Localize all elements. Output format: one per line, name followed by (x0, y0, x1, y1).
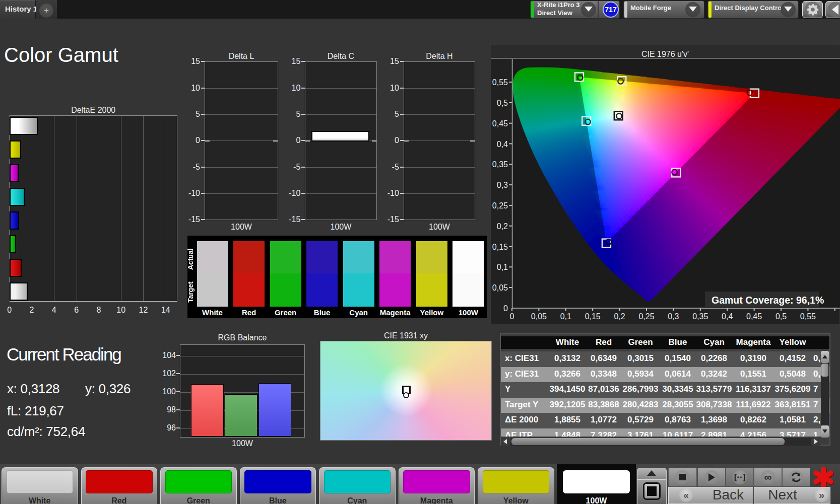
svg-text:0,35: 0,35 (692, 312, 708, 321)
svg-text:Gamut Coverage: 96,1%: Gamut Coverage: 96,1% (712, 295, 824, 306)
svg-text:0,4: 0,4 (722, 312, 733, 321)
svg-text:0,55: 0,55 (492, 78, 508, 87)
svg-text:0,2: 0,2 (497, 222, 508, 231)
svg-text:0,55: 0,55 (800, 312, 816, 321)
svg-text:0,05: 0,05 (531, 312, 547, 321)
svg-text:0,25: 0,25 (638, 312, 654, 321)
svg-text:0,5: 0,5 (497, 99, 508, 107)
svg-text:0,1: 0,1 (560, 312, 571, 321)
svg-text:0,5: 0,5 (776, 312, 787, 321)
svg-text:0,25: 0,25 (492, 201, 508, 210)
svg-text:0,45: 0,45 (492, 119, 508, 128)
svg-text:0: 0 (503, 304, 508, 313)
svg-text:0,3: 0,3 (497, 181, 508, 189)
svg-text:0,45: 0,45 (746, 312, 762, 321)
svg-text:0,35: 0,35 (492, 160, 508, 169)
svg-text:0,2: 0,2 (614, 312, 625, 321)
svg-text:0,15: 0,15 (492, 243, 508, 251)
svg-text:CIE 1976 u'v': CIE 1976 u'v' (641, 50, 689, 58)
svg-text:0,05: 0,05 (492, 283, 508, 292)
svg-text:0,1: 0,1 (497, 263, 508, 271)
svg-text:0,3: 0,3 (668, 312, 679, 321)
svg-text:0: 0 (510, 312, 514, 321)
svg-text:0,4: 0,4 (497, 140, 508, 149)
svg-text:0,15: 0,15 (585, 312, 601, 321)
